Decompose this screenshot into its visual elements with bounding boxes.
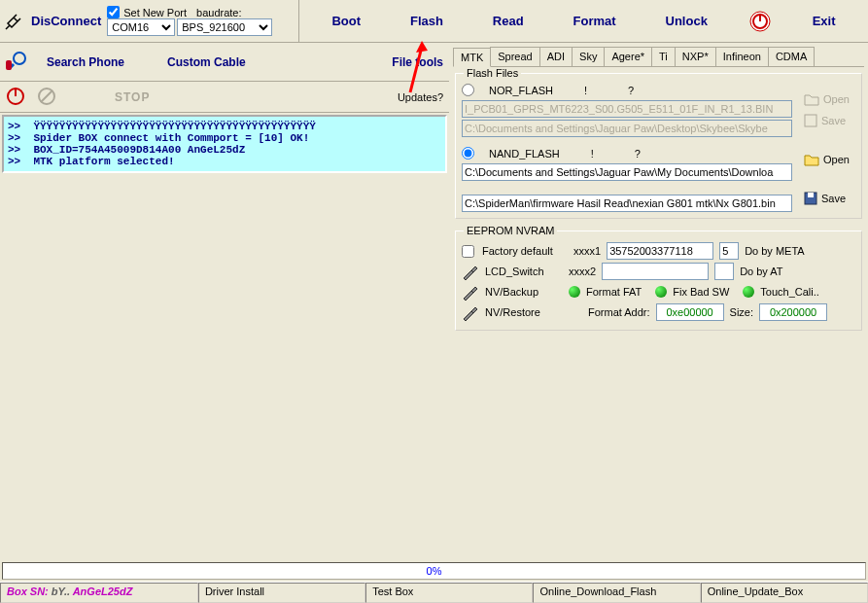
nand-flash-label: NAND_FLASH — [489, 148, 560, 160]
flash-files-group: NOR_FLASH ! ? Open Save — [455, 73, 862, 219]
test-box-button[interactable]: Test Box — [365, 583, 533, 603]
baudrate-label: baudrate: — [196, 7, 241, 18]
nv-backup-button[interactable]: NV/Backup — [485, 286, 563, 298]
led-icon — [743, 286, 754, 298]
nav-boot[interactable]: Boot — [324, 10, 368, 32]
nand-flash-radio[interactable] — [462, 147, 474, 160]
nor-flash-radio[interactable] — [462, 84, 474, 96]
folder-icon — [804, 153, 819, 166]
svg-rect-12 — [808, 193, 814, 197]
log-output: >> ŸŸŸŸŸŸŸŸŸŸŸŸŸŸŸŸŸŸŸŸŸŸŸŸŸŸŸŸŸŸŸŸŸŸŸŸŸ… — [2, 115, 447, 173]
q-mark3: ! — [591, 148, 594, 160]
format-addr-input[interactable] — [656, 303, 724, 321]
do-meta-button[interactable]: Do by META — [745, 245, 805, 257]
nav-exit[interactable]: Exit — [805, 10, 844, 32]
tab-sky[interactable]: Sky — [572, 47, 605, 66]
tab-nxp[interactable]: NXP* — [675, 47, 716, 66]
size-input[interactable] — [759, 303, 827, 321]
custom-cable-button[interactable]: Custom Cable — [167, 55, 246, 69]
updates-button[interactable]: Updates? — [398, 91, 443, 103]
factory-default-checkbox[interactable] — [462, 245, 474, 258]
svg-rect-5 — [6, 60, 12, 70]
nand-save-button[interactable]: Save — [804, 192, 850, 205]
port-select[interactable]: COM16 — [107, 18, 175, 36]
nav-read[interactable]: Read — [485, 10, 532, 32]
hammer-icon — [462, 283, 479, 301]
tab-agere[interactable]: Agere* — [604, 47, 652, 66]
q-mark2: ? — [628, 85, 634, 96]
xxxx2-label: xxxx2 — [569, 266, 596, 277]
touch-cali-button[interactable]: Touch_Cali.. — [760, 286, 819, 298]
nand-path-2[interactable] — [462, 195, 792, 212]
nor-path-2 — [462, 120, 792, 137]
forbidden-icon — [25, 87, 56, 108]
set-new-port-checkbox[interactable] — [107, 6, 120, 18]
stop-button: STOP — [115, 90, 150, 104]
svg-rect-10 — [805, 115, 816, 126]
led-icon — [569, 286, 580, 298]
format-fat-button[interactable]: Format FAT — [586, 286, 642, 298]
power-icon — [749, 11, 771, 32]
nav-flash[interactable]: Flash — [402, 10, 451, 32]
hammer-icon — [462, 303, 479, 321]
file-tools-button[interactable]: File tools — [392, 55, 443, 69]
nor-flash-label: NOR_FLASH — [489, 85, 553, 96]
xxxx1-label: xxxx1 — [573, 245, 601, 257]
nand-open-button[interactable]: Open — [804, 153, 850, 166]
q-mark: ! — [584, 85, 587, 96]
tab-mtk[interactable]: MTK — [453, 48, 491, 67]
online-download-button[interactable]: Online_Download_Flash — [533, 583, 700, 603]
box-sn: Box SN: bY.. AnGeL25dZ — [0, 583, 198, 603]
nor-path-1 — [462, 100, 792, 118]
nav-format[interactable]: Format — [566, 10, 624, 32]
folder-icon — [804, 92, 819, 106]
power-button-2[interactable] — [6, 87, 25, 108]
online-update-button[interactable]: Online_Update_Box — [701, 583, 868, 603]
fix-bad-button[interactable]: Fix Bad SW — [673, 286, 729, 298]
led-icon — [655, 286, 667, 298]
progress-bar: 0% — [2, 562, 866, 580]
nor-open-button: Open — [804, 92, 850, 106]
baudrate-select[interactable]: BPS_921600 — [177, 18, 272, 36]
driver-install-button[interactable]: Driver Install — [198, 583, 365, 603]
search-icon — [6, 51, 31, 74]
nor-save-button: Save — [804, 114, 850, 127]
xxxx1-input[interactable] — [607, 242, 713, 260]
nand-path-1[interactable] — [462, 163, 792, 181]
xxxx2b-input[interactable] — [714, 263, 734, 280]
svg-line-9 — [41, 90, 52, 102]
disconnect-label: DisConnect — [31, 14, 101, 28]
nav-unlock[interactable]: Unlock — [658, 10, 715, 32]
xxxx2-input[interactable] — [602, 263, 709, 280]
disk-icon — [804, 192, 817, 205]
xxxx1b-input[interactable] — [719, 242, 739, 260]
tab-ti[interactable]: Ti — [651, 47, 676, 66]
tab-adi[interactable]: ADI — [539, 47, 573, 66]
tab-spread[interactable]: Spread — [490, 47, 539, 66]
size-label: Size: — [730, 306, 753, 318]
set-new-port-label: Set New Port — [123, 7, 187, 18]
eeprom-group: Factory default xxxx1 Do by META LCD_Swi… — [455, 231, 862, 331]
tab-cdma[interactable]: CDMA — [768, 47, 815, 66]
plug-icon — [4, 12, 27, 31]
factory-default-label: Factory default — [482, 245, 568, 257]
nv-restore-button[interactable]: NV/Restore — [485, 306, 563, 318]
disk-icon — [804, 114, 817, 127]
q-mark4: ? — [635, 148, 641, 160]
do-at-button[interactable]: Do by AT — [740, 266, 782, 277]
lcd-switch-button[interactable]: LCD_Switch — [485, 266, 563, 277]
tab-infineon[interactable]: Infineon — [715, 47, 769, 66]
search-phone-button[interactable]: Search Phone — [47, 55, 124, 69]
svg-point-3 — [14, 53, 25, 64]
disconnect-button[interactable]: DisConnect — [4, 12, 101, 31]
format-addr-label: Format Addr: — [588, 306, 650, 318]
hammer-icon — [462, 263, 479, 280]
